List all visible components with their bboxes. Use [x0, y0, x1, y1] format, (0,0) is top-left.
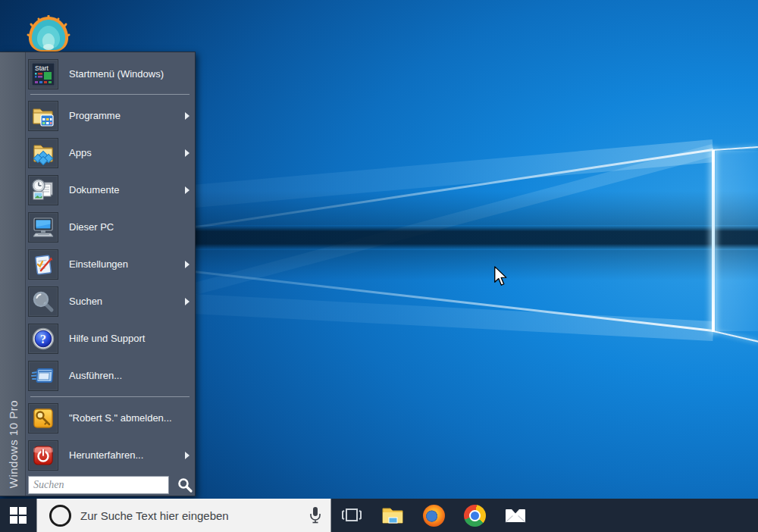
start-menu-search-input[interactable] [28, 476, 169, 494]
menu-item-label: Programme [69, 110, 185, 121]
windows-logo-icon [10, 507, 27, 524]
documents-clock-icon [28, 175, 58, 205]
menu-item-label: Dieser PC [69, 221, 194, 233]
mail-button[interactable] [495, 499, 536, 532]
log-off-key-icon [28, 403, 58, 433]
menu-item-suchen[interactable]: Suchen [28, 283, 194, 320]
menu-separator [30, 396, 190, 397]
menu-item-label: "Robert S." abmelden... [69, 412, 194, 424]
computer-icon [28, 212, 58, 243]
start-menu-items: Start Startmenü (Windows) [26, 52, 197, 496]
menu-item-dokumente[interactable]: Dokumente [28, 171, 194, 208]
windows-start-menu-icon: Start [28, 59, 58, 89]
windows-edition-banner: Windows 10 Pro [0, 52, 26, 496]
start-menu-panel: Windows 10 Pro Start Startmenü [0, 52, 196, 496]
menu-item-einstellungen[interactable]: Einstellungen [28, 246, 194, 283]
wallpaper-beam [713, 146, 758, 151]
shutdown-power-icon [28, 440, 58, 471]
settings-icon [28, 249, 58, 280]
microphone-icon[interactable] [309, 506, 321, 524]
classic-shell-seashell-icon[interactable] [23, 15, 74, 53]
chrome-button[interactable] [454, 499, 495, 532]
file-explorer-icon [381, 505, 404, 525]
menu-item-label: Hilfe und Support [69, 333, 194, 344]
wallpaper-window-pane [716, 151, 758, 331]
apps-folder-icon [28, 138, 58, 168]
menu-item-label: Suchen [69, 296, 185, 307]
taskbar-search-box[interactable]: Zur Suche Text hier eingeben [36, 499, 331, 532]
search-go-icon[interactable] [176, 476, 194, 494]
taskbar-search-placeholder: Zur Suche Text hier eingeben [80, 509, 300, 522]
file-explorer-button[interactable] [372, 499, 413, 532]
menu-item-label: Herunterfahren... [69, 449, 185, 461]
wallpaper-beam [713, 330, 758, 343]
menu-item-label: Apps [69, 147, 185, 158]
start-menu-search [28, 474, 194, 496]
submenu-arrow-icon [185, 298, 190, 305]
svg-text:Start: Start [35, 64, 49, 72]
task-view-icon [340, 506, 363, 524]
menu-item-herunterfahren[interactable]: Herunterfahren... [28, 437, 194, 474]
menu-item-startmenu-windows[interactable]: Start Startmenü (Windows) [28, 56, 194, 92]
menu-item-hilfe-und-support[interactable]: ? Hilfe und Support [28, 320, 194, 357]
programs-folder-icon [28, 101, 58, 131]
submenu-arrow-icon [185, 186, 190, 194]
svg-text:?: ? [40, 332, 46, 345]
menu-item-label: Ausführen... [69, 370, 194, 381]
menu-item-dieser-pc[interactable]: Dieser PC [28, 208, 194, 246]
submenu-arrow-icon [185, 112, 190, 120]
menu-item-apps[interactable]: Apps [28, 134, 194, 171]
cortana-icon [49, 505, 71, 527]
submenu-arrow-icon [185, 149, 190, 157]
chrome-icon [464, 505, 486, 527]
menu-item-label: Einstellungen [69, 258, 185, 270]
submenu-arrow-icon [185, 452, 190, 459]
start-button[interactable] [0, 499, 36, 532]
menu-item-label: Dokumente [69, 184, 185, 196]
mail-icon [504, 506, 527, 524]
menu-item-programme[interactable]: Programme [28, 97, 194, 134]
menu-separator [30, 94, 190, 95]
submenu-arrow-icon [185, 261, 190, 268]
wallpaper-window-edge [712, 150, 715, 332]
search-magnifier-icon [28, 286, 58, 317]
run-icon [28, 361, 58, 391]
taskbar: Zur Suche Text hier eingeben [0, 499, 758, 532]
firefox-icon [423, 505, 445, 527]
firefox-button[interactable] [413, 499, 454, 532]
windows-edition-label: Windows 10 Pro [6, 400, 19, 488]
menu-item-label: Startmenü (Windows) [69, 68, 194, 80]
menu-item-abmelden[interactable]: "Robert S." abmelden... [28, 399, 194, 437]
task-view-button[interactable] [331, 499, 372, 532]
menu-item-ausfuehren[interactable]: Ausführen... [28, 357, 194, 394]
help-icon: ? [28, 324, 58, 354]
